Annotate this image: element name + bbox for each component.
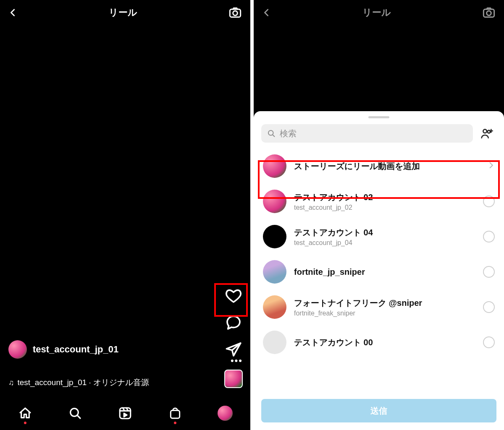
profile-avatar-icon bbox=[218, 406, 233, 421]
audio-thumbnail[interactable] bbox=[224, 370, 243, 388]
svg-point-8 bbox=[483, 129, 487, 133]
more-button[interactable]: ••• bbox=[231, 355, 243, 366]
contact-row[interactable]: fortnite_jp_sniper bbox=[254, 254, 504, 289]
contact-row[interactable]: テストアカウント 00 bbox=[254, 325, 504, 360]
author-row[interactable]: test_account_jp_01 bbox=[8, 340, 118, 359]
contact-name: テストアカウント 04 bbox=[294, 227, 475, 238]
tab-profile[interactable] bbox=[217, 405, 234, 422]
highlight-add-to-story bbox=[258, 160, 500, 199]
contact-avatar bbox=[263, 225, 286, 248]
author-username: test_account_jp_01 bbox=[33, 344, 118, 355]
contact-username: fortnite_freak_sniper bbox=[294, 310, 475, 317]
highlight-share bbox=[214, 283, 248, 317]
sheet-grabber[interactable] bbox=[368, 116, 389, 118]
contact-name: fortnite_jp_sniper bbox=[294, 267, 475, 277]
tab-search[interactable] bbox=[67, 405, 84, 422]
send-label: 送信 bbox=[370, 405, 387, 417]
contact-name: フォートナイトフリーク @sniper bbox=[294, 297, 475, 309]
audio-text: test_account_jp_01 · オリジナル音源 bbox=[18, 377, 150, 388]
send-bar: 送信 bbox=[254, 391, 504, 430]
share-sheet-screen: リール 検索 ストーリーズにリール動画を追加 bbox=[254, 0, 504, 430]
select-radio[interactable] bbox=[483, 336, 495, 348]
music-note-icon: ♫ bbox=[8, 378, 14, 387]
camera-button[interactable] bbox=[228, 6, 242, 19]
svg-rect-4 bbox=[171, 410, 179, 418]
svg-point-1 bbox=[233, 11, 238, 16]
share-sheet: 検索 ストーリーズにリール動画を追加 テストアカウント 02 test_acco… bbox=[254, 111, 504, 430]
contact-row[interactable]: フォートナイトフリーク @sniper fortnite_freak_snipe… bbox=[254, 289, 504, 325]
tab-bar bbox=[0, 396, 250, 430]
author-avatar bbox=[8, 340, 27, 359]
header: リール bbox=[254, 0, 504, 25]
contact-row[interactable]: テストアカウント 04 test_account_jp_04 bbox=[254, 219, 504, 254]
back-button[interactable] bbox=[8, 8, 18, 17]
tab-reels[interactable] bbox=[117, 405, 134, 422]
select-radio[interactable] bbox=[483, 266, 495, 278]
back-button[interactable] bbox=[262, 8, 271, 17]
svg-point-6 bbox=[487, 11, 491, 16]
select-radio[interactable] bbox=[483, 301, 495, 313]
select-radio[interactable] bbox=[483, 231, 495, 242]
notification-dot-icon bbox=[24, 422, 26, 424]
header: リール bbox=[0, 0, 250, 25]
contact-name: テストアカウント 00 bbox=[294, 337, 475, 348]
camera-button[interactable] bbox=[482, 6, 496, 19]
contact-avatar bbox=[263, 295, 286, 319]
search-icon bbox=[267, 129, 276, 138]
search-placeholder: 検索 bbox=[280, 128, 297, 139]
search-input[interactable]: 検索 bbox=[261, 124, 473, 143]
page-title: リール bbox=[109, 6, 137, 19]
contact-avatar bbox=[263, 260, 286, 284]
audio-row[interactable]: ♫ test_account_jp_01 · オリジナル音源 bbox=[8, 377, 213, 388]
contact-username: test_account_jp_04 bbox=[294, 239, 475, 247]
tab-shop[interactable] bbox=[167, 405, 184, 422]
notification-dot-icon bbox=[174, 422, 176, 424]
tab-home[interactable] bbox=[17, 405, 34, 422]
send-button[interactable]: 送信 bbox=[261, 399, 496, 422]
add-people-button[interactable] bbox=[478, 124, 496, 143]
contact-username: test_account_jp_02 bbox=[294, 204, 475, 211]
reels-screen: リール ••• test_account_jp_01 ♫ test_accoun… bbox=[0, 0, 250, 430]
page-title: リール bbox=[362, 6, 391, 19]
search-row: 検索 bbox=[254, 124, 504, 149]
contact-avatar bbox=[263, 331, 286, 354]
